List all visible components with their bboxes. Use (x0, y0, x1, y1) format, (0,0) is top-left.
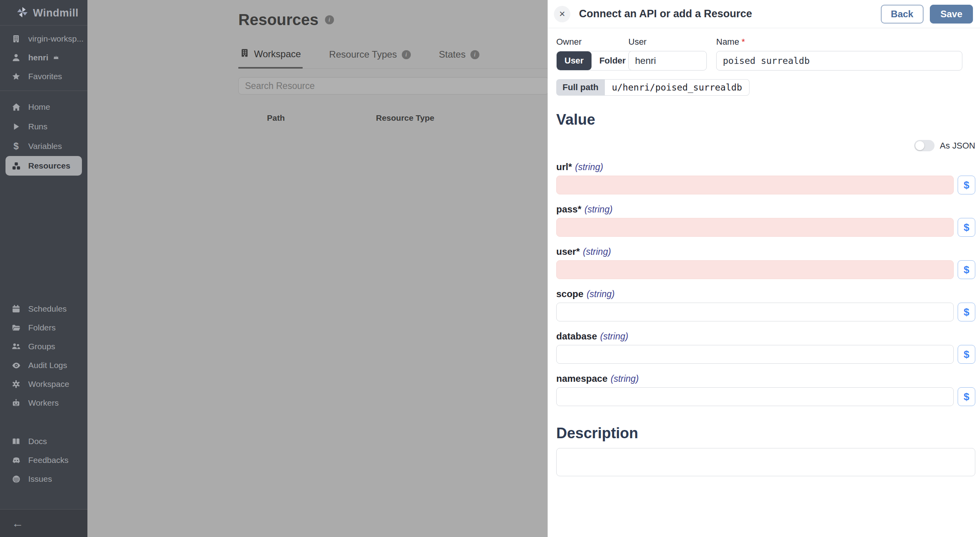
tab-states[interactable]: States i (437, 49, 481, 69)
sidebar-item-schedules[interactable]: Schedules (0, 299, 87, 318)
sidebar-item-folders[interactable]: Folders (0, 318, 87, 337)
value-section-heading: Value (556, 111, 975, 128)
sidebar-item-workers[interactable]: Workers (0, 394, 87, 412)
crown-icon (53, 53, 59, 62)
nav-label: Issues (28, 474, 52, 484)
building-icon (11, 34, 21, 43)
user-icon (11, 53, 21, 62)
variable-picker-button[interactable]: $ (958, 260, 975, 279)
dollar-icon: $ (11, 142, 21, 151)
column-header-resource-type: Resource Type (376, 113, 434, 123)
sidebar-item-issues[interactable]: Issues (0, 470, 87, 488)
field-input-pass[interactable] (556, 218, 954, 237)
sidebar-item-runs[interactable]: Runs (0, 117, 87, 136)
variable-picker-button[interactable]: $ (958, 176, 975, 194)
nav-label: Workspace (28, 379, 69, 389)
home-icon (11, 103, 21, 112)
toggle-knob (915, 141, 924, 150)
field-label-database: database(string) (556, 331, 975, 342)
field-type: (string) (584, 204, 613, 214)
groups-icon (11, 342, 21, 351)
nav-label: Groups (28, 342, 55, 351)
sidebar-item-docs[interactable]: Docs (0, 432, 87, 451)
drawer-header: × Connect an API or add a Resource Back … (548, 0, 980, 28)
sidebar-item-audit-logs[interactable]: Audit Logs (0, 356, 87, 375)
nav-label: Home (28, 102, 50, 112)
nav-label: Variables (28, 142, 62, 151)
as-json-toggle[interactable] (914, 140, 935, 151)
variable-picker-button[interactable]: $ (958, 387, 975, 406)
required-star: * (568, 161, 572, 172)
nav-label: Workers (28, 398, 59, 408)
field-type: (string) (611, 374, 639, 384)
calendar-icon (11, 305, 21, 313)
sidebar-item-resources[interactable]: Resources (5, 156, 82, 176)
workspace-selector[interactable]: virgin-worksp... (0, 29, 87, 48)
full-path-label: Full path (556, 79, 605, 96)
boxes-icon (11, 161, 21, 171)
windmill-logo[interactable]: Windmill (0, 0, 87, 25)
left-arrow-icon: ← (12, 517, 24, 530)
field-type: (string) (575, 162, 603, 172)
user-column-label: User (628, 37, 707, 47)
required-star: * (576, 246, 580, 257)
sidebar-item-feedbacks[interactable]: Feedbacks (0, 451, 87, 470)
sidebar-item-home[interactable]: Home (0, 97, 87, 117)
required-star: * (578, 204, 581, 214)
sidebar-item-workspace-settings[interactable]: Workspace (0, 375, 87, 394)
tab-workspace[interactable]: Workspace (238, 48, 303, 69)
variable-picker-button[interactable]: $ (958, 218, 975, 237)
variable-picker-button[interactable]: $ (958, 345, 975, 364)
github-icon (11, 475, 21, 484)
info-icon[interactable]: i (325, 15, 334, 24)
close-icon[interactable]: × (554, 6, 570, 22)
sidebar: Windmill virgin-worksp... henri Favorite… (0, 0, 87, 537)
search-input[interactable] (238, 77, 549, 94)
drawer-title: Connect an API or add a Resource (579, 8, 752, 20)
column-header-path: Path (267, 113, 376, 123)
gear-icon (11, 380, 21, 388)
full-path: Full path u/henri/poised_surrealdb (556, 79, 750, 96)
owner-kind-toggle: User Folder (556, 51, 634, 71)
eye-icon (11, 361, 21, 370)
discord-icon (11, 456, 21, 465)
field-input-user[interactable] (556, 260, 954, 279)
collapse-sidebar-button[interactable]: ← (0, 510, 87, 537)
field-input-scope[interactable] (556, 303, 954, 321)
owner-folder-segment[interactable]: Folder (592, 51, 633, 70)
field-label-pass: pass*(string) (556, 204, 975, 215)
field-label-scope: scope(string) (556, 288, 975, 299)
description-heading: Description (556, 425, 975, 442)
sidebar-item-groups[interactable]: Groups (0, 337, 87, 356)
field-input-url[interactable] (556, 176, 954, 194)
owner-user-segment[interactable]: User (557, 51, 592, 70)
user-menu[interactable]: henri (0, 48, 87, 67)
info-icon[interactable]: i (470, 50, 479, 59)
page-title: Resources (238, 11, 319, 29)
field-label-url: url*(string) (556, 161, 975, 172)
robot-icon (11, 399, 21, 407)
star-icon (11, 72, 21, 81)
windmill-logo-icon (16, 6, 28, 20)
field-type: (string) (586, 289, 615, 299)
sidebar-item-favorites[interactable]: Favorites (0, 67, 87, 86)
tab-resource-types[interactable]: Resource Types i (328, 49, 412, 69)
field-label-user: user*(string) (556, 246, 975, 257)
description-textarea[interactable] (556, 448, 975, 476)
save-button[interactable]: Save (930, 5, 973, 24)
variable-picker-button[interactable]: $ (958, 303, 975, 321)
field-input-database[interactable] (556, 345, 954, 364)
tab-label: States (439, 49, 466, 60)
logo-label: Windmill (33, 7, 78, 19)
nav-label: Audit Logs (28, 361, 67, 370)
field-type: (string) (600, 331, 628, 341)
back-button[interactable]: Back (881, 5, 924, 24)
owner-user-input[interactable] (628, 51, 707, 71)
play-icon (11, 122, 21, 131)
field-input-namespace[interactable] (556, 387, 954, 406)
field-type: (string) (583, 247, 611, 257)
info-icon[interactable]: i (402, 50, 411, 59)
sidebar-item-variables[interactable]: $ Variables (0, 136, 87, 156)
book-icon (11, 437, 21, 446)
resource-name-input[interactable] (716, 51, 962, 71)
